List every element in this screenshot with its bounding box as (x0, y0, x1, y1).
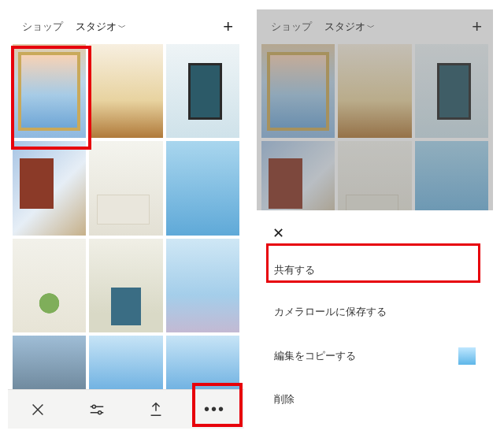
thumb-5[interactable] (89, 141, 162, 235)
close-button[interactable] (22, 394, 54, 425)
upload-icon (147, 401, 165, 418)
sheet-item-label: 共有する (274, 264, 315, 277)
thumb-1[interactable] (13, 44, 86, 138)
share-button[interactable] (140, 394, 172, 425)
sheet-item-label: 編集をコピーする (274, 350, 356, 363)
sheet-item-save[interactable]: カメラロールに保存する (271, 291, 479, 333)
photo-grid (257, 44, 493, 236)
svg-point-0 (92, 405, 95, 408)
tab-studio[interactable]: スタジオ﹀ (69, 15, 132, 39)
adjust-button[interactable] (81, 394, 113, 425)
tab-studio: スタジオ﹀ (318, 15, 381, 39)
bottom-toolbar: ••• (8, 389, 244, 429)
edit-preview-thumb (458, 347, 476, 365)
phone-left: ショップ スタジオ﹀ + (8, 9, 244, 429)
thumb-2 (338, 44, 411, 138)
photo-grid (8, 44, 244, 403)
thumb-3[interactable] (166, 44, 239, 138)
chevron-down-icon: ﹀ (367, 23, 375, 32)
sheet-close-button[interactable]: ✕ (271, 221, 479, 250)
thumb-9[interactable] (166, 239, 239, 332)
thumb-8[interactable] (89, 239, 162, 332)
thumb-3 (415, 44, 488, 138)
add-button: + (469, 17, 485, 37)
more-button[interactable]: ••• (199, 394, 231, 425)
close-icon: ✕ (272, 225, 284, 241)
add-button[interactable]: + (220, 17, 236, 37)
sheet-item-share[interactable]: 共有する (271, 250, 479, 291)
thumb-1 (261, 44, 335, 138)
thumb-2[interactable] (89, 44, 162, 138)
chevron-down-icon: ﹀ (118, 23, 126, 32)
thumb-4[interactable] (13, 141, 86, 235)
action-sheet: ✕ 共有する カメラロールに保存する 編集をコピーする 削除 (257, 210, 493, 429)
tab-shop: ショップ (265, 15, 318, 39)
svg-point-1 (98, 410, 101, 414)
more-icon: ••• (204, 400, 225, 418)
top-bar: ショップ スタジオ﹀ + (8, 9, 244, 44)
tab-shop[interactable]: ショップ (16, 15, 69, 39)
tab-studio-label: スタジオ (324, 20, 365, 32)
phone-right: ショップ スタジオ﹀ + ✕ 共有する カメラロールに保存する (257, 9, 493, 429)
sheet-item-delete[interactable]: 削除 (271, 379, 479, 421)
sliders-icon (88, 401, 106, 418)
top-bar: ショップ スタジオ﹀ + (257, 9, 493, 44)
sheet-item-label: 削除 (274, 393, 295, 406)
close-icon (29, 401, 46, 418)
sheet-item-copy-edit[interactable]: 編集をコピーする (271, 333, 479, 379)
tab-studio-label: スタジオ (76, 20, 117, 32)
sheet-item-label: カメラロールに保存する (274, 306, 387, 319)
thumb-6[interactable] (166, 141, 239, 235)
thumb-7[interactable] (13, 239, 86, 332)
